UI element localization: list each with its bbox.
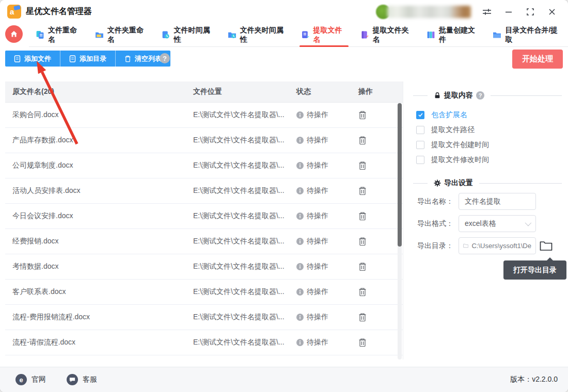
export-name-label: 导出名称：	[417, 197, 459, 206]
tab-file-rename[interactable]: 文件重命名	[29, 23, 88, 46]
delete-row-button[interactable]	[358, 136, 395, 145]
checkbox-icon[interactable]	[416, 156, 424, 164]
info-icon	[296, 213, 304, 220]
logo-letter: a	[10, 8, 14, 15]
lock-icon	[434, 92, 441, 99]
gear-icon	[434, 179, 441, 187]
option-extract-modify-time[interactable]: 提取文件修改时间	[416, 152, 568, 167]
delete-row-button[interactable]	[358, 161, 395, 170]
delete-row-button[interactable]	[358, 211, 395, 221]
info-icon	[296, 314, 304, 321]
settings-sliders-icon[interactable]	[481, 6, 493, 18]
tab-extract-filename[interactable]: 提取文件名	[294, 23, 354, 46]
table-row: 活动人员安排表.docx E:\测试文件\文件名提取器\... 待操作	[5, 178, 403, 204]
extract-foldername-icon	[360, 30, 369, 39]
export-dir-input[interactable]: C:\Users\yssoft1\De	[459, 237, 536, 254]
delete-row-button[interactable]	[358, 262, 395, 271]
option-extract-path[interactable]: 提取文件路径	[416, 122, 568, 137]
export-format-label: 导出格式：	[417, 219, 459, 228]
tab-folder-rename[interactable]: 文件夹重命名	[88, 23, 154, 46]
maximize-icon[interactable]	[525, 6, 536, 18]
info-icon	[296, 137, 304, 144]
checkbox-icon[interactable]	[416, 126, 424, 134]
file-icon	[69, 55, 76, 62]
tab-folder-time[interactable]: 文件夹时间属性	[221, 23, 294, 46]
option-extract-create-time[interactable]: 提取文件创建时间	[416, 137, 568, 152]
info-icon	[296, 238, 304, 245]
home-icon	[10, 30, 18, 38]
merge-extract-icon	[493, 30, 501, 39]
export-format-select[interactable]: excel表格	[459, 215, 536, 232]
add-files-button[interactable]: 添加文件	[5, 51, 60, 67]
home-button[interactable]	[5, 25, 23, 43]
batch-create-icon	[427, 30, 435, 39]
delete-row-button[interactable]	[358, 186, 395, 195]
folder-time-icon	[228, 30, 236, 39]
folder-rename-icon	[95, 30, 104, 39]
info-icon	[296, 263, 304, 270]
header-original-name: 原文件名(20)	[5, 87, 193, 96]
extract-section-header: 提取内容 ?	[413, 91, 562, 100]
table-row: 产品库存数据.docx E:\测试文件\文件名提取器\... 待操作	[5, 128, 403, 153]
open-export-dir-tooltip: 打开导出目录	[503, 260, 566, 280]
delete-row-button[interactable]	[358, 110, 395, 120]
tab-file-time[interactable]: 文件时间属性	[154, 23, 220, 46]
close-icon[interactable]	[546, 6, 558, 18]
chat-bubble-icon	[67, 374, 78, 385]
checkbox-checked-icon[interactable]	[416, 111, 424, 119]
customer-service-link[interactable]: 客服	[67, 374, 97, 385]
header-status: 状态	[296, 87, 358, 96]
delete-row-button[interactable]	[358, 237, 395, 246]
table-row: 公司规章制度.docx E:\测试文件\文件名提取器\... 待操作	[5, 153, 403, 178]
tab-batch-create[interactable]: 批量创建文件	[420, 23, 486, 46]
header-action: 操作	[358, 87, 395, 96]
info-icon	[296, 288, 304, 296]
table-header: 原文件名(20) 文件位置 状态 操作	[5, 81, 403, 103]
titlebar: a 星优文件名管理器	[0, 0, 568, 23]
footer-bar: e 官网 客服 版本：v2.2.0.0	[0, 367, 568, 392]
extract-help-icon[interactable]: ?	[476, 91, 484, 100]
table-row: 采购合同.docx E:\测试文件\文件名提取器\... 待操作	[5, 103, 403, 128]
export-name-input[interactable]: 文件名提取	[459, 193, 536, 210]
version-label: 版本：v2.2.0.0	[510, 375, 558, 384]
official-site-link[interactable]: e 官网	[15, 374, 46, 385]
info-icon	[296, 162, 304, 169]
table-scrollbar-thumb[interactable]	[398, 103, 402, 247]
file-time-icon	[161, 30, 170, 39]
table-row: 流程-请假流程.docx E:\测试文件\文件名提取器\... 待操作	[5, 330, 403, 355]
info-icon	[296, 339, 304, 346]
delete-row-button[interactable]	[358, 287, 395, 297]
folder-mini-icon	[463, 243, 468, 249]
table-row-partial	[5, 355, 403, 360]
info-icon	[296, 187, 304, 194]
tab-extract-foldername[interactable]: 提取文件夹名	[354, 23, 420, 46]
file-rename-icon	[36, 30, 44, 39]
toolbar-help-icon[interactable]: ?	[160, 53, 170, 63]
table-row: 考情数据.docx E:\测试文件\文件名提取器\... 待操作	[5, 254, 403, 280]
start-process-button[interactable]: 开始处理	[512, 50, 563, 69]
extract-filename-icon	[301, 30, 310, 39]
toolbar: 添加文件 添加目录 清空列表 ? 开始处理	[0, 50, 568, 70]
user-account-area[interactable]	[376, 4, 471, 20]
option-include-extension[interactable]: 包含扩展名	[416, 107, 568, 122]
file-table: 原文件名(20) 文件位置 状态 操作 采购合同.docx E:\测试文件\文件…	[5, 81, 403, 360]
minimize-icon[interactable]	[503, 6, 514, 18]
export-dir-label: 导出目录：	[417, 241, 459, 251]
app-title: 星优文件名管理器	[26, 6, 92, 17]
info-icon	[296, 111, 304, 119]
delete-row-button[interactable]	[358, 338, 395, 347]
folder-icon	[540, 241, 553, 251]
file-icon	[14, 55, 21, 62]
table-row: 今日会议安排.docx E:\测试文件\文件名提取器\... 待操作	[5, 204, 403, 229]
open-export-dir-button[interactable]	[540, 241, 553, 251]
delete-row-button[interactable]	[358, 313, 395, 322]
export-section-header: 导出设置	[413, 178, 562, 188]
tab-bar: 文件重命名 文件夹重命名 文件时间属性 文件夹时间属性 提取文件名 提取文件夹名	[0, 23, 568, 47]
table-row: 流程-费用报销流程.docx E:\测试文件\文件名提取器\... 待操作	[5, 305, 403, 330]
header-location: 文件位置	[193, 87, 296, 96]
checkbox-icon[interactable]	[416, 141, 424, 149]
settings-sidebar: 提取内容 ? 包含扩展名 提取文件路径 提取文件创建时间 提	[408, 81, 568, 360]
tab-merge-extract[interactable]: 目录文件合并/提取	[486, 23, 568, 46]
add-directory-button[interactable]: 添加目录	[60, 51, 115, 67]
chevron-down-icon	[525, 220, 532, 226]
